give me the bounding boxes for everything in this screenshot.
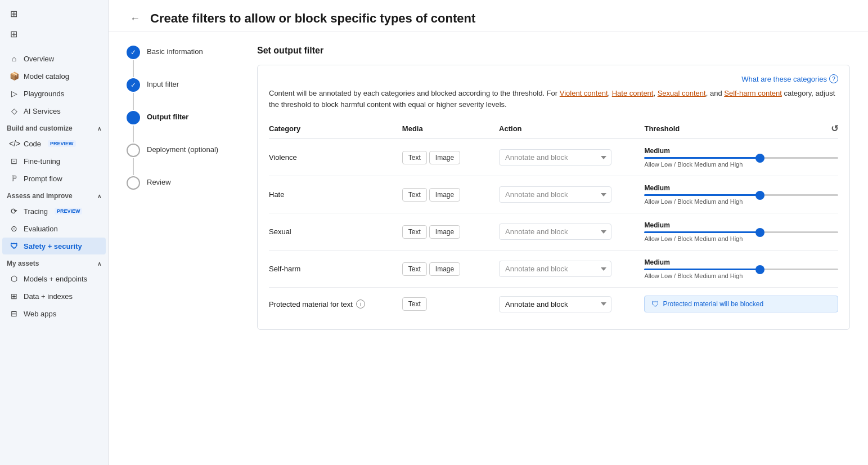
step-connector-col: ✓ bbox=[127, 46, 140, 78]
main-body: ✓ Basic information ✓ Input filter bbox=[109, 32, 868, 465]
media-btn-image-self-harm[interactable]: Image bbox=[429, 262, 460, 276]
chevron-up-icon: ∧ bbox=[97, 193, 101, 199]
media-btn-text-self-harm[interactable]: Text bbox=[402, 262, 427, 276]
col-header-threshold: Threshold ↺ bbox=[644, 119, 838, 139]
chevron-up-icon: ∧ bbox=[97, 261, 101, 267]
what-categories-text: What are these categories bbox=[741, 75, 827, 83]
media-btn-text-protected[interactable]: Text bbox=[402, 297, 427, 311]
code-icon: </> bbox=[9, 139, 19, 148]
sidebar: ⊞ ⊞ ⌂ Overview 📦 Model catalog ▷ Playgro… bbox=[0, 0, 109, 465]
col-header-media: Media bbox=[402, 119, 499, 139]
step-circle-inactive bbox=[127, 144, 140, 157]
sidebar-toggle-2[interactable]: ⊞ bbox=[5, 25, 23, 43]
section-assess-improve[interactable]: Assess and improve ∧ bbox=[0, 187, 108, 202]
action-select-sexual[interactable]: Annotate and block bbox=[499, 223, 611, 240]
sidebar-item-overview[interactable]: ⌂ Overview bbox=[2, 50, 106, 67]
step-circle-inactive bbox=[127, 176, 140, 190]
media-btn-text-hate[interactable]: Text bbox=[402, 188, 427, 202]
step-line bbox=[133, 126, 134, 142]
threshold-cell-self-harm: Medium Allow Low / Block Medium and High bbox=[644, 258, 838, 279]
step-connector-col bbox=[127, 111, 140, 144]
media-btn-text-violence[interactable]: Text bbox=[402, 151, 427, 164]
preview-badge: PREVIEW bbox=[55, 208, 83, 214]
sidebar-item-data-indexes[interactable]: ⊞ Data + indexes bbox=[2, 288, 106, 305]
section-my-assets[interactable]: My assets ∧ bbox=[0, 255, 108, 270]
filter-card: What are these categories ? Content will… bbox=[257, 65, 850, 330]
table-row: Hate Text Image Annotate and block bbox=[269, 176, 838, 213]
media-btn-image-violence[interactable]: Image bbox=[429, 151, 460, 164]
sidebar-item-models-endpoints[interactable]: ⬡ Models + endpoints bbox=[2, 270, 106, 287]
sidebar-item-label: Data + indexes bbox=[24, 292, 73, 301]
sidebar-top-icons: ⊞ ⊞ bbox=[0, 0, 108, 47]
chevron-up-icon: ∧ bbox=[97, 126, 101, 132]
sidebar-item-model-catalog[interactable]: 📦 Model catalog bbox=[2, 68, 106, 84]
sidebar-item-fine-tuning[interactable]: ⊡ Fine-tuning bbox=[2, 153, 106, 169]
sidebar-item-label: Code bbox=[24, 140, 41, 148]
protected-badge: 🛡 Protected material will be blocked bbox=[644, 296, 838, 312]
ai-services-icon: ◇ bbox=[9, 106, 19, 115]
col-header-category: Category bbox=[269, 119, 402, 139]
section-label: My assets bbox=[7, 260, 39, 267]
threshold-hint: Allow Low / Block Medium and High bbox=[644, 161, 838, 168]
action-select-violence[interactable]: Annotate and block bbox=[499, 149, 611, 166]
sidebar-item-web-apps[interactable]: ⊟ Web apps bbox=[2, 305, 106, 322]
section-title: Set output filter bbox=[257, 46, 850, 56]
tracing-icon: ⟳ bbox=[9, 207, 19, 216]
step-input-filter: ✓ Input filter bbox=[127, 78, 239, 111]
threshold-slider-self-harm[interactable] bbox=[644, 269, 838, 270]
what-categories-link[interactable]: What are these categories ? bbox=[741, 74, 838, 83]
step-circle-completed: ✓ bbox=[127, 78, 140, 92]
info-icon[interactable]: i bbox=[356, 299, 365, 308]
threshold-slider-sexual[interactable] bbox=[644, 231, 838, 233]
media-btn-image-hate[interactable]: Image bbox=[429, 188, 460, 202]
table-row: Sexual Text Image Annotate and bloc bbox=[269, 213, 838, 251]
step-label: Review bbox=[147, 176, 171, 186]
sidebar-item-label: Tracing bbox=[24, 207, 48, 216]
sidebar-item-label: Model catalog bbox=[24, 72, 69, 81]
home-icon: ⌂ bbox=[9, 54, 19, 63]
playgrounds-icon: ▷ bbox=[9, 89, 19, 98]
sidebar-item-label: Safety + security bbox=[24, 242, 82, 251]
sidebar-item-ai-services[interactable]: ◇ AI Services bbox=[2, 102, 106, 119]
sidebar-item-playgrounds[interactable]: ▷ Playgrounds bbox=[2, 85, 106, 102]
shield-icon: 🛡 bbox=[9, 242, 19, 251]
threshold-slider-hate[interactable] bbox=[644, 194, 838, 196]
table-row: Self-harm Text Image Annotate and b bbox=[269, 251, 838, 288]
step-line bbox=[133, 60, 134, 77]
sidebar-item-safety-security[interactable]: 🛡 Safety + security bbox=[2, 238, 106, 254]
media-buttons-protected: Text bbox=[402, 297, 499, 311]
reset-threshold-icon[interactable]: ↺ bbox=[831, 123, 838, 134]
media-btn-image-sexual[interactable]: Image bbox=[429, 225, 460, 239]
step-connector-col bbox=[127, 144, 140, 176]
step-line bbox=[133, 93, 134, 110]
page-header: ← Create filters to allow or block speci… bbox=[109, 0, 868, 32]
action-select-protected[interactable]: Annotate and block bbox=[499, 296, 611, 312]
back-button[interactable]: ← bbox=[127, 12, 143, 26]
model-catalog-icon: 📦 bbox=[9, 71, 19, 81]
sidebar-toggle-1[interactable]: ⊞ bbox=[5, 5, 23, 23]
web-apps-icon: ⊟ bbox=[9, 309, 19, 318]
content-panel: Set output filter What are these categor… bbox=[257, 46, 850, 451]
sidebar-item-tracing[interactable]: ⟳ Tracing PREVIEW bbox=[2, 203, 106, 220]
sidebar-item-label: Evaluation bbox=[24, 225, 58, 233]
section-build-customize[interactable]: Build and customize ∧ bbox=[0, 120, 108, 135]
sidebar-item-prompt-flow[interactable]: ℙ Prompt flow bbox=[2, 170, 106, 187]
sidebar-item-label: Fine-tuning bbox=[24, 157, 60, 166]
sidebar-item-evaluation[interactable]: ⊙ Evaluation bbox=[2, 220, 106, 237]
media-buttons-sexual: Text Image bbox=[402, 225, 499, 239]
threshold-hint: Allow Low / Block Medium and High bbox=[644, 235, 838, 242]
threshold-slider-violence[interactable] bbox=[644, 157, 838, 159]
sidebar-item-code[interactable]: </> Code PREVIEW bbox=[2, 135, 106, 152]
action-select-hate[interactable]: Annotate and block bbox=[499, 186, 611, 203]
page-title-row: ← Create filters to allow or block speci… bbox=[127, 11, 850, 26]
step-connector-col bbox=[127, 176, 140, 190]
media-buttons-violence: Text Image bbox=[402, 151, 499, 164]
threshold-cell-sexual: Medium Allow Low / Block Medium and High bbox=[644, 221, 838, 242]
fine-tuning-icon: ⊡ bbox=[9, 157, 19, 166]
sidebar-nav: ⌂ Overview 📦 Model catalog ▷ Playgrounds… bbox=[0, 47, 108, 325]
protected-badge-text: Protected material will be blocked bbox=[663, 300, 763, 308]
filter-table: Category Media Action Threshold bbox=[269, 119, 838, 320]
media-btn-text-sexual[interactable]: Text bbox=[402, 225, 427, 239]
action-select-self-harm[interactable]: Annotate and block bbox=[499, 261, 611, 277]
media-buttons-self-harm: Text Image bbox=[402, 262, 499, 276]
